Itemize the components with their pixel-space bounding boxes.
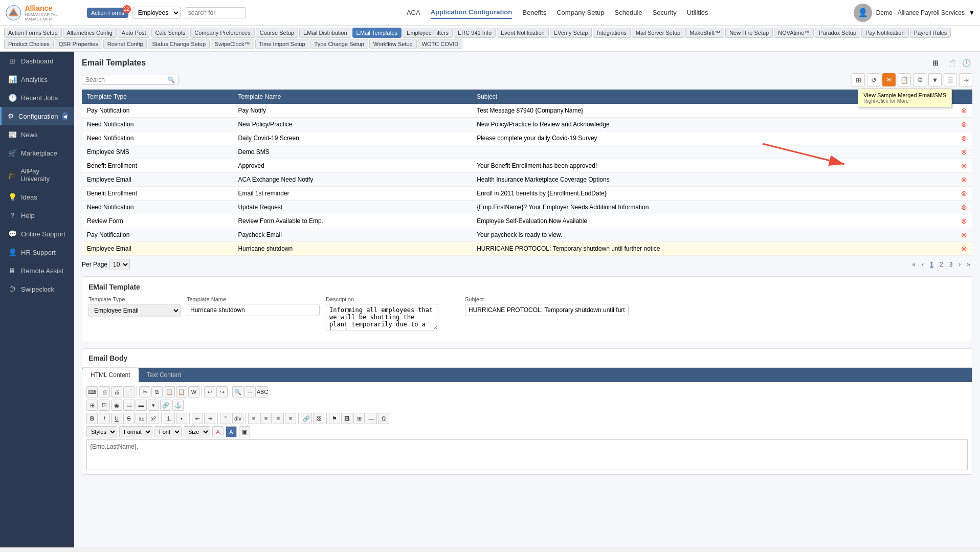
sec-nav-paradox[interactable]: Paradox Setup xyxy=(815,28,860,38)
ed-blockquote-btn[interactable]: " xyxy=(220,413,231,424)
history-icon[interactable]: 🕐 xyxy=(960,57,972,69)
editor-content[interactable]: {Emp.LastName}, xyxy=(86,439,968,470)
sidebar-item-hr-support[interactable]: 👤 HR Support xyxy=(0,243,74,261)
ed-underline-btn[interactable]: U xyxy=(111,413,122,424)
ed-align-center-btn[interactable]: ≡ xyxy=(260,413,272,424)
cell-delete[interactable]: ⊗ xyxy=(956,228,972,242)
page-2-btn[interactable]: 2 xyxy=(938,260,945,269)
ed-insert-table-btn[interactable]: ⊞ xyxy=(86,400,98,411)
employee-dropdown[interactable]: Employees xyxy=(132,7,181,19)
font-select[interactable]: Font xyxy=(154,426,182,437)
delete-row-btn[interactable]: ⊗ xyxy=(961,203,967,211)
delete-row-btn[interactable]: ⊗ xyxy=(961,245,967,253)
sidebar-item-help[interactable]: ? Help xyxy=(0,206,74,225)
nav-aca[interactable]: ACA xyxy=(407,7,420,18)
sec-nav-type-change[interactable]: Type Change Setup xyxy=(310,39,368,49)
cell-delete[interactable]: ⊗ xyxy=(956,118,972,131)
document-icon[interactable]: 📄 xyxy=(945,57,957,69)
sidebar-item-ideas[interactable]: 💡 Ideas xyxy=(0,188,74,206)
page-first-btn[interactable]: « xyxy=(910,260,918,269)
nav-company-setup[interactable]: Company Setup xyxy=(556,7,604,18)
nav-schedule[interactable]: Schedule xyxy=(614,7,642,18)
table-row[interactable]: Need Notification New Policy/Practice Ne… xyxy=(82,118,972,131)
ed-print-preview-btn[interactable]: 🖨 xyxy=(99,386,110,398)
format-select[interactable]: Format xyxy=(119,426,152,437)
ed-unordered-list-btn[interactable]: • xyxy=(176,413,187,424)
sec-nav-new-hire[interactable]: New Hire Setup xyxy=(725,28,773,38)
ed-italic-btn[interactable]: I xyxy=(99,413,110,424)
table-row[interactable]: Benefit Enrollment Approved Your Benefit… xyxy=(82,159,972,173)
ed-source-btn[interactable]: ⌨ xyxy=(86,386,98,398)
sidebar-collapse-btn[interactable]: ◀ xyxy=(62,112,68,120)
sidebar-item-analytics[interactable]: 📊 Analytics xyxy=(0,70,74,89)
table-row[interactable]: Employee SMS Demo SMS ⊗ xyxy=(82,145,972,159)
cell-delete[interactable]: ⊗ xyxy=(956,173,972,187)
sec-nav-erc941[interactable]: ERC 941 Info xyxy=(454,28,496,38)
delete-row-btn[interactable]: ⊗ xyxy=(961,189,967,197)
styles-select[interactable]: Styles xyxy=(86,426,117,437)
ed-image-btn[interactable]: 🖼 xyxy=(341,413,352,424)
table-row[interactable]: Pay Notification Pay Notify Test Message… xyxy=(82,104,972,118)
page-prev-btn[interactable]: ‹ xyxy=(920,260,926,269)
table-row[interactable]: Pay Notification Paycheck Email Your pay… xyxy=(82,228,972,242)
ed-link-btn[interactable]: 🔗 xyxy=(160,400,171,411)
tile-view-btn[interactable]: ⊞ xyxy=(852,73,865,86)
delete-row-btn[interactable]: ⊗ xyxy=(961,106,967,115)
nav-app-config[interactable]: Application Configuration xyxy=(431,6,513,19)
table-row[interactable]: Benefit Enrollment Email 1st reminder En… xyxy=(82,187,972,201)
ed-horizontal-rule-btn[interactable]: — xyxy=(366,413,377,424)
ed-anchor-btn[interactable]: ⚓ xyxy=(172,400,184,411)
delete-row-btn[interactable]: ⊗ xyxy=(961,162,967,170)
delete-row-btn[interactable]: ⊗ xyxy=(961,148,967,156)
ed-unlink-btn[interactable]: ⛓ xyxy=(313,413,324,424)
cell-delete[interactable]: ⊗ xyxy=(956,104,972,118)
ed-superscript-btn[interactable]: x² xyxy=(148,413,159,424)
cell-delete[interactable]: ⊗ xyxy=(956,201,972,214)
sec-nav-status-change[interactable]: Status Change Setup xyxy=(148,39,210,49)
delete-row-btn[interactable]: ⊗ xyxy=(961,134,967,142)
description-textarea[interactable]: Informing all employees that we will be … xyxy=(326,304,438,330)
sec-nav-event-notif[interactable]: Event Notification xyxy=(497,28,549,38)
sec-nav-integrations[interactable]: Integrations xyxy=(593,28,630,38)
table-row[interactable]: Review Form Review Form Available to Emp… xyxy=(82,214,972,228)
ed-ordered-list-btn[interactable]: 1. xyxy=(164,413,175,424)
sec-nav-course-setup[interactable]: Course Setup xyxy=(256,28,298,38)
ed-find-btn[interactable]: 🔍 xyxy=(232,386,243,398)
copy-btn[interactable]: ⧉ xyxy=(913,73,926,86)
ed-paste-word-btn[interactable]: W xyxy=(188,386,199,398)
sec-nav-calc-scripts[interactable]: Calc Scripts xyxy=(151,28,190,38)
subject-input[interactable] xyxy=(465,304,629,316)
sec-nav-everify[interactable]: EVerify Setup xyxy=(550,28,592,38)
add-btn[interactable]: 📋 xyxy=(898,73,911,86)
sidebar-item-recent-jobs[interactable]: 🕐 Recent Jobs xyxy=(0,89,74,107)
page-next-btn[interactable]: › xyxy=(956,260,963,269)
sidebar-item-news[interactable]: 📰 News xyxy=(0,125,74,144)
table-row[interactable]: Employee Email Hurricane shutdown HURRIC… xyxy=(82,242,972,256)
special-format-btn[interactable]: ▣ xyxy=(239,426,250,437)
per-page-select[interactable]: 10 25 50 xyxy=(109,259,130,270)
delete-row-btn[interactable]: ⊗ xyxy=(961,217,967,225)
sidebar-item-dashboard[interactable]: ⊞ Dashboard xyxy=(0,52,74,70)
user-dropdown-icon[interactable]: ▼ xyxy=(969,9,975,16)
sec-nav-rosnet[interactable]: Rosnet Config xyxy=(103,39,147,49)
sec-nav-action-forms-setup[interactable]: Action Forms Setup xyxy=(4,28,62,38)
ed-cut-btn[interactable]: ✂ xyxy=(139,386,150,398)
sec-nav-swipeclock[interactable]: SwipeClock™ xyxy=(211,39,254,49)
sidebar-item-allpay[interactable]: 🎓 AllPay University xyxy=(0,162,74,188)
page-1-btn[interactable]: 1 xyxy=(928,260,936,269)
sec-nav-emp-filters[interactable]: Employee Filters xyxy=(403,28,453,38)
page-last-btn[interactable]: » xyxy=(965,260,972,269)
cell-delete[interactable]: ⊗ xyxy=(956,159,972,173)
table-row[interactable]: Employee Email ACA Exchange Need Notify … xyxy=(82,173,972,187)
size-select[interactable]: Size xyxy=(184,426,210,437)
sidebar-item-marketplace[interactable]: 🛒 Marketplace xyxy=(0,144,74,162)
sec-nav-novatime[interactable]: NOVAtime™ xyxy=(774,28,814,38)
sec-nav-mail-server[interactable]: Mail Server Setup xyxy=(632,28,684,38)
grid-view-icon[interactable]: ⊞ xyxy=(929,57,942,69)
sidebar-item-configuration[interactable]: ⚙ Configuration ◀ xyxy=(0,107,74,125)
sidebar-item-remote-assist[interactable]: 🖥 Remote Assist xyxy=(0,261,74,280)
sec-nav-auto-post[interactable]: Auto Post xyxy=(118,28,150,38)
ed-replace-btn[interactable]: ↔ xyxy=(244,386,256,398)
ed-select-btn[interactable]: ▾ xyxy=(148,400,159,411)
ed-doc-btn[interactable]: 📄 xyxy=(123,386,135,398)
